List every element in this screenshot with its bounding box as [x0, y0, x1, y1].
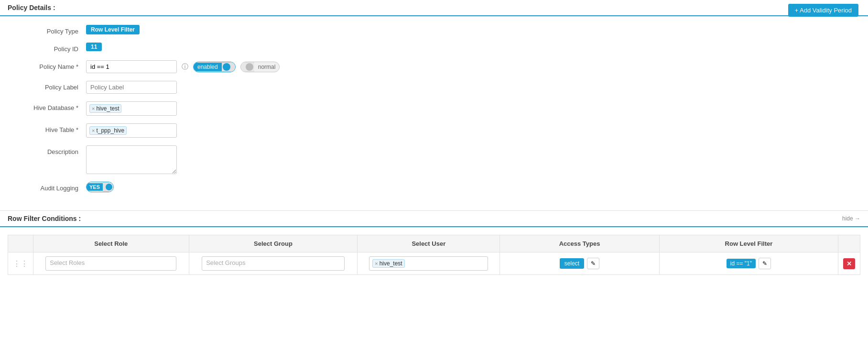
row-filter-badge: id == "1"	[727, 259, 756, 268]
policy-id-label: Policy ID	[10, 43, 86, 53]
access-types-cell: select ✎	[500, 252, 660, 275]
select-user-input[interactable]: × hive_test	[369, 256, 488, 271]
policy-type-row: Policy Type Row Level Filter	[0, 21, 868, 39]
hive-table-tag-value: t_ppp_hive	[96, 127, 124, 134]
access-types-col-header: Access Types	[500, 235, 660, 252]
select-group-cell: Select Groups	[189, 252, 358, 275]
drag-handle-icon[interactable]: ⋮⋮	[13, 260, 28, 268]
policy-label-row: Policy Label	[0, 77, 868, 98]
hide-link[interactable]: hide →	[842, 215, 860, 222]
policy-name-input[interactable]	[86, 60, 177, 73]
policy-name-control: ⓘ enabled normal	[86, 60, 858, 73]
policy-id-badge: 11	[86, 43, 102, 51]
select-roles-input[interactable]: Select Roles	[45, 256, 176, 271]
yes-label: YES	[87, 183, 103, 191]
hive-database-row: Hive Database * × hive_test	[0, 98, 868, 120]
policy-id-row: Policy ID 11	[0, 39, 868, 56]
user-tag-value: hive_test	[380, 260, 402, 267]
row-filter-section: Row Filter Conditions : hide → Select Ro…	[0, 210, 868, 283]
row-filter-header: Row Filter Conditions : hide →	[0, 210, 868, 227]
select-groups-input[interactable]: Select Groups	[202, 256, 345, 271]
row-level-filter-col-header: Row Level Filter	[659, 235, 838, 252]
row-filter-value-wrap: id == "1" ✎	[664, 258, 833, 269]
hive-table-tag-input[interactable]: × t_ppp_hive	[86, 123, 177, 138]
policy-name-label: Policy Name *	[10, 60, 86, 70]
policy-type-control: Row Level Filter	[86, 25, 858, 34]
actions-col-header	[838, 235, 860, 252]
description-input[interactable]	[86, 145, 177, 174]
conditions-table: Select Role Select Group Select User Acc…	[8, 235, 860, 275]
select-groups-placeholder: Select Groups	[206, 259, 245, 266]
user-tag: × hive_test	[372, 259, 404, 268]
hive-database-control: × hive_test	[86, 101, 858, 116]
policy-type-label: Policy Type	[10, 25, 86, 35]
policy-label-label: Policy Label	[10, 81, 86, 91]
hive-table-tag-remove[interactable]: ×	[92, 128, 95, 133]
description-label: Description	[10, 145, 86, 155]
normal-toggle[interactable]: normal	[240, 62, 280, 72]
hive-table-control: × t_ppp_hive	[86, 123, 858, 138]
page-container: Policy Details : + Add Validity Period P…	[0, 0, 868, 340]
info-icon: ⓘ	[182, 63, 188, 71]
delete-row-button[interactable]: ✕	[843, 258, 855, 269]
description-control	[86, 145, 858, 174]
policy-details-title: Policy Details :	[8, 4, 55, 11]
enabled-knob	[223, 63, 230, 71]
conditions-table-wrap: Select Role Select Group Select User Acc…	[0, 227, 868, 283]
select-role-col-header: Select Role	[33, 235, 189, 252]
policy-label-control	[86, 81, 858, 94]
hive-database-tag-remove[interactable]: ×	[92, 106, 95, 111]
pencil-icon: ✎	[762, 260, 767, 267]
audit-logging-toggle[interactable]: YES	[86, 182, 114, 192]
table-body: ⋮⋮ Select Roles Select Groups	[8, 252, 860, 275]
hive-table-tag: × t_ppp_hive	[89, 126, 127, 135]
user-tag-remove[interactable]: ×	[375, 261, 378, 266]
table-header-row: Select Role Select Group Select User Acc…	[8, 235, 860, 252]
access-types-wrap: select ✎	[505, 258, 654, 269]
hive-table-row: Hive Table * × t_ppp_hive	[0, 120, 868, 142]
normal-knob-wrap	[241, 62, 254, 72]
policy-details-form: Policy Type Row Level Filter Policy ID 1…	[0, 16, 868, 206]
policy-name-row: Policy Name * ⓘ enabled	[0, 56, 868, 77]
drag-cell: ⋮⋮	[8, 252, 33, 275]
enabled-toggle[interactable]: enabled	[193, 62, 236, 72]
description-row: Description	[0, 142, 868, 178]
enabled-knob-wrap	[222, 62, 235, 72]
normal-knob	[246, 63, 253, 71]
select-roles-placeholder: Select Roles	[50, 259, 85, 266]
policy-details-header: Policy Details : + Add Validity Period	[0, 0, 868, 16]
select-role-cell: Select Roles	[33, 252, 189, 275]
yes-knob	[106, 184, 112, 190]
row-filter-edit-button[interactable]: ✎	[759, 258, 771, 269]
access-types-select-button[interactable]: select	[560, 258, 584, 269]
policy-type-badge: Row Level Filter	[86, 25, 140, 34]
table-header: Select Role Select Group Select User Acc…	[8, 235, 860, 252]
audit-logging-control: YES	[86, 182, 858, 192]
normal-label: normal	[254, 63, 280, 71]
hive-database-tag-value: hive_test	[96, 105, 119, 112]
hive-database-label: Hive Database *	[10, 101, 86, 111]
row-filter-cell: id == "1" ✎	[659, 252, 838, 275]
access-types-edit-button[interactable]: ✎	[587, 258, 599, 269]
select-group-col-header: Select Group	[189, 235, 358, 252]
policy-details-section: Policy Details : + Add Validity Period P…	[0, 0, 868, 206]
drag-col-header	[8, 235, 33, 252]
select-user-col-header: Select User	[358, 235, 500, 252]
delete-cell: ✕	[838, 252, 860, 275]
hive-table-label: Hive Table *	[10, 123, 86, 133]
enabled-label: enabled	[194, 63, 222, 71]
yes-knob-wrap	[103, 182, 113, 192]
edit-icon: ✎	[591, 260, 596, 267]
add-validity-button[interactable]: + Add Validity Period	[788, 4, 858, 17]
audit-logging-label: Audit Logging	[10, 182, 86, 192]
hive-database-tag-input[interactable]: × hive_test	[86, 101, 177, 116]
hive-database-tag: × hive_test	[89, 104, 121, 113]
table-row: ⋮⋮ Select Roles Select Groups	[8, 252, 860, 275]
select-user-cell: × hive_test	[358, 252, 500, 275]
policy-id-control: 11	[86, 43, 858, 51]
row-filter-title: Row Filter Conditions :	[8, 215, 81, 222]
policy-label-input[interactable]	[86, 81, 177, 94]
delete-icon: ✕	[846, 260, 852, 267]
audit-logging-row: Audit Logging YES	[0, 178, 868, 196]
